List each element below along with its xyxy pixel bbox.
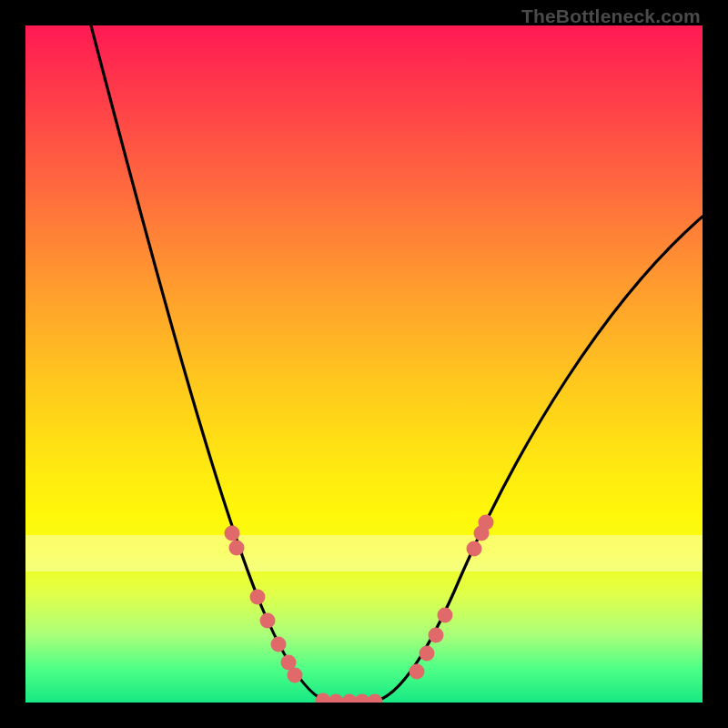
- plot-background-gradient: [25, 25, 703, 703]
- threshold-band: [25, 535, 703, 571]
- watermark-text: TheBottleneck.com: [521, 5, 701, 27]
- chart-frame: TheBottleneck.com: [0, 0, 728, 728]
